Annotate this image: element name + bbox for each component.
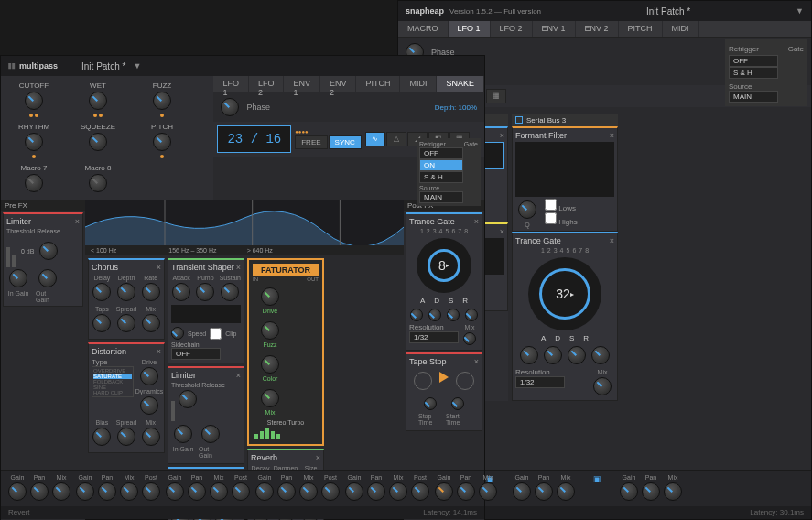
- p[interactable]: [367, 482, 385, 501]
- mix-knob[interactable]: [261, 389, 279, 407]
- m[interactable]: [389, 482, 407, 501]
- s2[interactable]: 2: [427, 228, 430, 234]
- pump-knob[interactable]: [196, 283, 214, 301]
- mix-knob[interactable]: [142, 314, 160, 332]
- s5[interactable]: 5: [446, 228, 449, 234]
- close-icon[interactable]: ×: [500, 131, 504, 140]
- step-3[interactable]: 3: [554, 247, 558, 254]
- band-2-label[interactable]: 156 Hz – 350 Hz: [168, 247, 246, 254]
- retrigger-sh[interactable]: S & H: [729, 67, 778, 79]
- g[interactable]: [435, 482, 453, 501]
- step-6[interactable]: 6: [572, 247, 576, 254]
- close-icon[interactable]: ×: [610, 131, 614, 140]
- mix-knob[interactable]: [557, 482, 575, 501]
- mix-knob[interactable]: [463, 332, 476, 345]
- g[interactable]: [76, 482, 94, 501]
- revert-button[interactable]: Revert: [8, 508, 30, 516]
- d-knob[interactable]: [428, 309, 441, 321]
- s1[interactable]: 1: [420, 228, 424, 234]
- ingain-knob[interactable]: [9, 269, 27, 287]
- tab-lfo1[interactable]: LFO 1: [449, 21, 491, 37]
- pan-knob[interactable]: [642, 482, 660, 501]
- tab-midi[interactable]: MIDI: [400, 76, 437, 92]
- res-sel[interactable]: 1/32: [409, 331, 459, 343]
- prefx-header[interactable]: Pre FX: [1, 200, 85, 211]
- g[interactable]: [255, 482, 274, 501]
- s6[interactable]: 6: [451, 228, 455, 234]
- lows-check[interactable]: [545, 199, 557, 211]
- pan-knob[interactable]: [535, 482, 553, 501]
- release-knob[interactable]: [39, 242, 58, 260]
- gain-knob[interactable]: [8, 482, 27, 501]
- close-icon[interactable]: ×: [610, 236, 614, 245]
- pan-knob[interactable]: [30, 482, 49, 501]
- free-button[interactable]: FREE: [295, 135, 327, 149]
- tab-env1[interactable]: ENV 1: [284, 76, 320, 92]
- gain-knob[interactable]: [513, 482, 531, 501]
- macro-knob[interactable]: [25, 92, 43, 110]
- tab-snake[interactable]: SNAKE: [437, 76, 484, 92]
- close-icon[interactable]: ×: [157, 347, 161, 356]
- po[interactable]: [411, 482, 429, 501]
- close-icon[interactable]: ×: [500, 227, 504, 236]
- close-icon[interactable]: ×: [316, 453, 320, 462]
- attack-knob[interactable]: [172, 283, 190, 301]
- tab-midi[interactable]: MIDI: [663, 21, 699, 37]
- wave-sine[interactable]: ∿: [365, 132, 385, 146]
- mix-knob[interactable]: [52, 482, 70, 501]
- r-knob[interactable]: [591, 346, 610, 364]
- phase-knob[interactable]: [221, 98, 239, 116]
- macro-knob[interactable]: [89, 133, 107, 151]
- p[interactable]: [98, 482, 116, 501]
- tab-env1[interactable]: ENV 1: [533, 21, 576, 37]
- dropdown-icon[interactable]: ▼: [796, 6, 804, 16]
- gain-knob[interactable]: [620, 482, 638, 501]
- color-knob[interactable]: [261, 355, 279, 374]
- wave-tri[interactable]: △: [386, 132, 406, 146]
- m[interactable]: [120, 482, 138, 501]
- m[interactable]: [210, 482, 228, 501]
- macro-knob[interactable]: [25, 133, 43, 151]
- macro-knob[interactable]: [89, 174, 107, 192]
- macro-knob[interactable]: [25, 174, 43, 192]
- wave-noise[interactable]: ▦: [486, 89, 506, 103]
- close-icon[interactable]: ×: [236, 263, 241, 272]
- highs-check[interactable]: [545, 212, 557, 224]
- s-knob[interactable]: [447, 309, 460, 321]
- sc-select[interactable]: OFF: [171, 348, 221, 360]
- macro-knob[interactable]: [153, 92, 171, 110]
- macro-knob[interactable]: [89, 92, 107, 110]
- po[interactable]: [142, 482, 160, 501]
- dyn-knob[interactable]: [140, 396, 158, 415]
- source-select[interactable]: MAIN: [419, 191, 463, 203]
- opt-sh[interactable]: S & H: [419, 171, 463, 183]
- s8[interactable]: 8: [464, 228, 468, 234]
- stop-knob[interactable]: [424, 397, 437, 410]
- mix-knob[interactable]: [593, 377, 612, 395]
- drive-knob[interactable]: [261, 287, 279, 306]
- macro-knob[interactable]: [153, 133, 171, 151]
- g[interactable]: [345, 482, 363, 501]
- start-knob[interactable]: [451, 397, 464, 410]
- p[interactable]: [277, 482, 296, 501]
- step-8[interactable]: 8: [585, 247, 589, 254]
- opt-on[interactable]: ON: [419, 159, 463, 171]
- tab-pitch[interactable]: PITCH: [619, 21, 663, 37]
- close-icon[interactable]: ×: [236, 371, 241, 380]
- p[interactable]: [188, 482, 206, 501]
- sustain-knob[interactable]: [221, 283, 239, 301]
- patch-selector[interactable]: Init Patch *: [81, 61, 125, 71]
- bias-knob[interactable]: [92, 428, 111, 446]
- dropdown-icon[interactable]: ▼: [133, 61, 141, 70]
- source-select[interactable]: MAIN: [729, 91, 778, 103]
- close-icon[interactable]: ×: [474, 357, 479, 366]
- a-knob[interactable]: [520, 346, 538, 364]
- tab-env2[interactable]: ENV 2: [320, 76, 357, 92]
- sync-button[interactable]: SYNC: [329, 135, 362, 149]
- spectrum-display[interactable]: [85, 200, 404, 245]
- tab-env2[interactable]: ENV 2: [576, 21, 619, 37]
- s4[interactable]: 4: [439, 228, 443, 234]
- gate-radial[interactable]: 32▸: [528, 257, 601, 330]
- step-1[interactable]: 1: [541, 247, 545, 254]
- step-7[interactable]: 7: [579, 247, 582, 254]
